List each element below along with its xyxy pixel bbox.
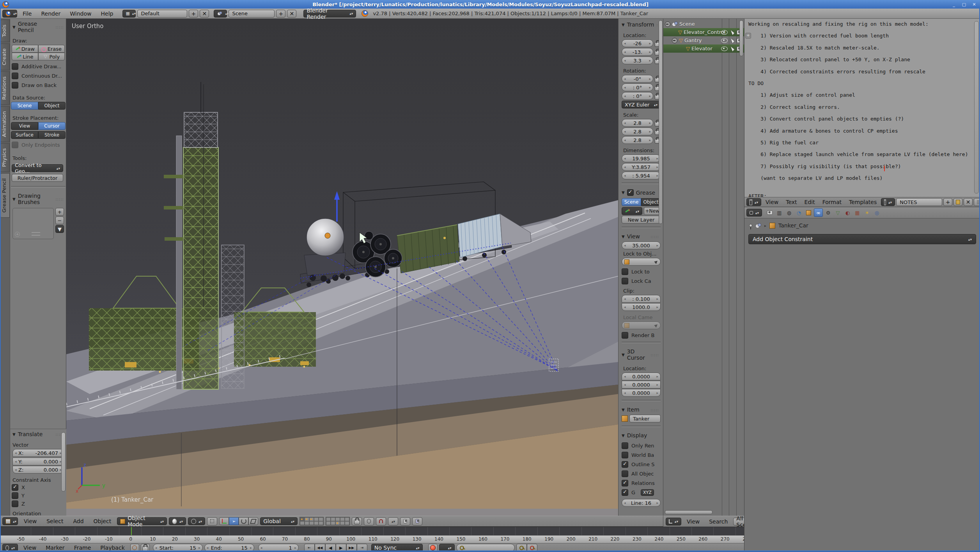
- collapse-triangle-icon[interactable]: ▼: [622, 190, 625, 195]
- layers-widget-group1[interactable]: [299, 517, 324, 525]
- text-line[interactable]: [748, 51, 980, 57]
- text-line[interactable]: [748, 110, 980, 116]
- npanel-scrollbar[interactable]: [659, 20, 663, 224]
- text-line[interactable]: 2) Correct scaling errors.: [748, 104, 980, 110]
- object-menu[interactable]: Object: [90, 518, 115, 524]
- blender-menu-button[interactable]: ▲▼: [2, 10, 17, 18]
- tab-texture[interactable]: ▦: [853, 208, 862, 217]
- maximize-button[interactable]: ▢: [960, 1, 968, 7]
- drawing-brushes-panel-header[interactable]: ▼ Drawing Brushes: [10, 191, 66, 206]
- shelf-scrollbar[interactable]: [61, 432, 66, 492]
- text-datablock-browse[interactable]: ▲▼: [881, 198, 895, 206]
- dim-x-field[interactable]: ◂19.985▸: [622, 154, 661, 162]
- text-name-field[interactable]: NOTES: [896, 198, 942, 206]
- tab-animation[interactable]: Animation: [0, 106, 10, 142]
- screen-layout-field[interactable]: Default: [137, 10, 187, 18]
- gp-erase-button[interactable]: Erase: [38, 45, 65, 53]
- add-object-constraint-select[interactable]: Add Object Constraint ▲▼: [748, 234, 976, 244]
- text-line[interactable]: [748, 86, 980, 92]
- constraint-x-checkbox[interactable]: [12, 484, 18, 491]
- text-line[interactable]: (want to separate LV and LP model files): [748, 175, 980, 181]
- rotate-manipulator-button[interactable]: [239, 517, 248, 525]
- ruler-protractor-button[interactable]: Ruler/Protractor: [12, 174, 63, 182]
- tab-material[interactable]: ◐: [843, 208, 852, 217]
- tab-constraints[interactable]: ∞: [814, 208, 823, 217]
- tab-physics[interactable]: Physics: [0, 143, 10, 172]
- text-line[interactable]: [748, 62, 980, 68]
- tab-relations[interactable]: Relations: [0, 71, 10, 105]
- text-editor[interactable]: Working on rescaling and fixing the rig …: [744, 19, 980, 197]
- text-line[interactable]: [748, 181, 980, 187]
- rot-z-field[interactable]: ◂: 0°▸: [622, 92, 653, 100]
- render-border-checkbox[interactable]: [622, 332, 628, 339]
- tab-object[interactable]: [804, 208, 813, 217]
- outliner-item-label[interactable]: Elevator: [691, 46, 712, 51]
- new-text-button[interactable]: +: [943, 198, 952, 206]
- translate-y-field[interactable]: ◂ Y: 0.000 ▸: [12, 458, 64, 465]
- dim-z-field[interactable]: ◂: 5.954▸: [622, 172, 661, 179]
- collapse-triangle-icon[interactable]: ▼: [622, 23, 625, 27]
- scale-y-field[interactable]: ◂2.8▸: [622, 128, 653, 135]
- translate-manipulator-button[interactable]: ➢: [229, 517, 239, 525]
- delete-layout-button[interactable]: ✕: [200, 10, 209, 18]
- eyedropper-icon[interactable]: [654, 259, 658, 264]
- minimize-button[interactable]: _: [950, 1, 958, 7]
- lens-field[interactable]: ◂35.000▸: [622, 241, 661, 249]
- gp-poly-button[interactable]: ▽ Poly: [38, 53, 65, 60]
- timeline-ruler[interactable]: -50-40-30-20-100102030405060708090100110…: [0, 535, 744, 543]
- translate-panel-header[interactable]: ▼ Translate: [10, 429, 66, 438]
- timeline-playback-menu[interactable]: Playback: [96, 545, 128, 551]
- text-line[interactable]: [748, 98, 980, 104]
- text-scrollbar[interactable]: [974, 21, 979, 193]
- screen-layout-icon-button[interactable]: ▦ ▲▼: [122, 10, 136, 18]
- editor-type-button[interactable]: ▲▼: [666, 518, 681, 525]
- collapse-triangle-icon[interactable]: ▼: [622, 408, 625, 412]
- text-line[interactable]: 5) Rig the fuel car: [748, 140, 980, 146]
- text-format-menu[interactable]: Format: [819, 199, 845, 205]
- rot-x-field[interactable]: ◂-0°▸: [622, 75, 653, 83]
- editor-type-button[interactable]: ▲▼: [746, 209, 762, 217]
- manipulator-toggle-button[interactable]: [219, 517, 229, 525]
- text-line[interactable]: 7) Possibly rig visibility (is that poss…: [748, 163, 980, 169]
- cursor-y-field[interactable]: ◂0.0000▸: [622, 381, 661, 389]
- pivot-point-select[interactable]: ▲▼: [188, 517, 205, 525]
- text-line[interactable]: 4) Corrected constraints errors resultin…: [748, 69, 980, 75]
- tab-create[interactable]: Create: [0, 43, 10, 70]
- breadcrumb-object-name[interactable]: Tanker_Car: [778, 222, 808, 229]
- clip-end-field[interactable]: ◂1000.0▸: [622, 303, 661, 311]
- collapse-expander-icon[interactable]: [672, 38, 677, 43]
- transform-orientation-select[interactable]: Global ▲▼: [260, 517, 298, 525]
- scene-name-field[interactable]: Scene: [229, 10, 275, 18]
- lock-camera-checkbox[interactable]: [622, 278, 628, 284]
- decrement-arrow-icon[interactable]: ◂: [15, 451, 17, 455]
- view-panel-header[interactable]: ▼ View: [621, 231, 661, 241]
- display-panel-header[interactable]: ▼ Display: [621, 430, 661, 440]
- outliner-item-label[interactable]: Gantry: [684, 37, 702, 43]
- outline-selected-checkbox[interactable]: [622, 461, 628, 468]
- visibility-eye-icon[interactable]: [721, 38, 728, 43]
- scale-x-field[interactable]: ◂2.8▸: [622, 119, 653, 127]
- grid-axes-buttons[interactable]: XYZ: [641, 489, 654, 496]
- layers-widget-group2[interactable]: [326, 517, 350, 525]
- lock-to-scene-button[interactable]: [352, 517, 362, 525]
- lock-to-cursor-checkbox[interactable]: [622, 268, 628, 275]
- visibility-eye-icon[interactable]: [721, 46, 728, 51]
- stroke-cursor-button[interactable]: Cursor: [38, 122, 66, 130]
- convert-to-geometry-select[interactable]: Convert to Geo... ▲▼: [12, 164, 63, 172]
- additive-draw-checkbox[interactable]: [12, 63, 18, 70]
- dim-y-field[interactable]: ◂Y:3.857▸: [622, 163, 661, 171]
- text-line[interactable]: [748, 169, 980, 175]
- unpack-text-button[interactable]: [953, 198, 962, 206]
- snap-element-button[interactable]: ▲▼: [388, 517, 398, 525]
- selectability-arrow-icon[interactable]: [731, 37, 735, 43]
- translate-z-field[interactable]: ◂ Z: 0.000 ▸: [12, 466, 64, 474]
- outliner-search-menu[interactable]: Search: [705, 518, 732, 525]
- unlink-text-button[interactable]: ✕: [964, 198, 973, 206]
- visibility-eye-icon[interactable]: [721, 30, 728, 35]
- outliner-vscrollbar[interactable]: [739, 20, 743, 56]
- brush-list[interactable]: +: [12, 208, 54, 239]
- text-line[interactable]: [748, 122, 980, 128]
- gp-scene-button[interactable]: Scene: [622, 198, 641, 206]
- menu-render[interactable]: Render: [37, 11, 64, 17]
- data-source-scene-button[interactable]: Scene: [11, 102, 38, 110]
